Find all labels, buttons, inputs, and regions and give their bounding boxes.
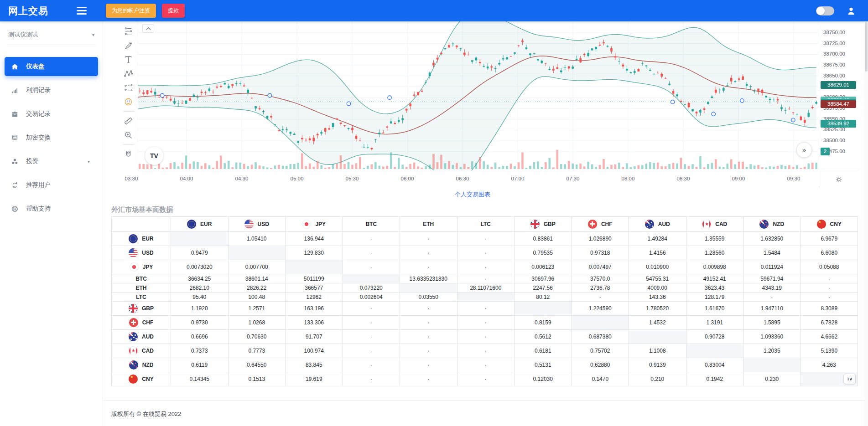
currency-code: JPY bbox=[143, 264, 153, 270]
row-label-content: GBP bbox=[129, 304, 154, 313]
collapse-toolbar-button[interactable] bbox=[142, 24, 154, 33]
price-badge: 38584.47 bbox=[821, 100, 856, 108]
flag-cny-icon bbox=[817, 220, 826, 229]
zoom-in-tool-icon[interactable] bbox=[122, 128, 135, 142]
table-cell: 2826.22 bbox=[228, 283, 286, 293]
candlestick-chart bbox=[138, 21, 818, 170]
emoji-tool-icon[interactable] bbox=[122, 95, 135, 108]
column-header-eth: ETH bbox=[400, 217, 457, 232]
flag-chf-icon bbox=[588, 220, 597, 229]
table-cell: 4009.00 bbox=[629, 283, 686, 293]
table-cell: 0.687380 bbox=[572, 330, 629, 344]
sidebar-item-referrals[interactable]: 推荐用户 bbox=[0, 175, 98, 195]
header-cell-content: CHF bbox=[588, 220, 613, 229]
sidebar-item-crypto-exchange[interactable]: 加密交换 bbox=[0, 128, 98, 147]
table-cell: · bbox=[400, 260, 457, 274]
table-cell: 0.05088 bbox=[800, 260, 858, 274]
theme-toggle[interactable] bbox=[816, 6, 834, 15]
forecast-tool-icon[interactable] bbox=[122, 81, 135, 94]
column-header-aud: AUD bbox=[629, 217, 686, 232]
table-cell: · bbox=[572, 293, 629, 302]
user-avatar-icon[interactable] bbox=[846, 6, 856, 16]
row-label-btc: BTC bbox=[112, 274, 171, 283]
table-cell: 143.36 bbox=[629, 293, 686, 302]
table-cell: 0.9479 bbox=[171, 246, 229, 260]
scroll-right-button[interactable]: » bbox=[796, 142, 812, 158]
withdraw-button[interactable]: 提款 bbox=[162, 4, 185, 18]
table-row-btc: BTC36634.2538601.14501119913.6335231830·… bbox=[112, 274, 858, 283]
row-label-content: CNY bbox=[129, 375, 153, 384]
sidebar-item-dashboard[interactable]: 仪表盘 bbox=[5, 57, 98, 76]
tester-dropdown[interactable]: 测试仪测试 ▾ bbox=[7, 25, 95, 45]
chevron-up-icon bbox=[146, 27, 151, 31]
table-cell bbox=[457, 293, 515, 302]
table-cell: 0.83004 bbox=[686, 358, 743, 372]
time-axis[interactable]: 03:3004:0004:3005:0005:3006:0006:3007:00… bbox=[138, 171, 818, 187]
price-axis[interactable]: 38750.0038725.0038700.0038675.0038650.00… bbox=[819, 21, 858, 170]
table-cell: · bbox=[343, 316, 400, 330]
life-ring-icon bbox=[11, 205, 19, 213]
table-cell: 0.0073020 bbox=[171, 260, 229, 274]
currency-code: NZD bbox=[142, 362, 154, 368]
sidebar-item-help-support[interactable]: 帮助支持 bbox=[0, 199, 98, 218]
table-cell: 0.1470 bbox=[572, 372, 629, 386]
table-cell: · bbox=[343, 232, 400, 246]
table-row-usd: USD0.9479129.830···0.795350.973181.41561… bbox=[112, 246, 858, 260]
text-tool-icon[interactable] bbox=[122, 52, 135, 66]
table-cell: · bbox=[457, 260, 515, 274]
sidebar-item-profit-records[interactable]: 利润记录 bbox=[0, 81, 98, 100]
currency-code: ETH bbox=[136, 285, 147, 291]
brush-tool-icon[interactable] bbox=[122, 38, 135, 52]
table-cell: 0.230 bbox=[743, 372, 801, 386]
time-tick: 07:00 bbox=[511, 176, 525, 181]
ruler-tool-icon[interactable] bbox=[122, 114, 135, 128]
header-cell-content: AUD bbox=[645, 220, 670, 229]
trend-line-tool-icon[interactable] bbox=[122, 24, 135, 38]
table-cell: 0.002604 bbox=[343, 293, 400, 302]
table-row-chf: CHF0.97301.0268133.306···0.81591.45321.3… bbox=[112, 316, 858, 330]
sidebar-item-invest[interactable]: 投资 ▾ bbox=[0, 152, 98, 171]
tradingview-attribution-badge[interactable]: TV bbox=[843, 374, 856, 384]
table-cell: · bbox=[457, 316, 515, 330]
table-cell: 0.6696 bbox=[171, 330, 229, 344]
table-cell: 0.7373 bbox=[171, 344, 229, 358]
column-header-eur: EUR bbox=[171, 217, 229, 232]
sidebar-item-trade-records[interactable]: 交易记录 bbox=[0, 104, 98, 123]
table-cell: 1.780520 bbox=[629, 302, 686, 316]
table-cell: 0.14345 bbox=[171, 372, 229, 386]
toggle-knob bbox=[816, 7, 825, 15]
table-cell: 3623.43 bbox=[686, 283, 743, 293]
row-label-ltc: LTC bbox=[112, 293, 171, 302]
table-row-jpy: JPY0.00730200.007700···0.0061230.0074970… bbox=[112, 260, 858, 274]
table-cell: · bbox=[457, 372, 515, 386]
row-label-cny: CNY bbox=[112, 372, 171, 386]
table-row-nzd: NZD0.61190.6455083.845···0.51310.628800.… bbox=[112, 358, 858, 372]
currency-code: BTC bbox=[365, 221, 377, 227]
table-cell: 4.263 bbox=[800, 358, 858, 372]
hamburger-menu-icon[interactable] bbox=[77, 7, 87, 15]
tradingview-logo[interactable]: TV bbox=[145, 147, 163, 165]
recycle-arrows-icon bbox=[11, 181, 19, 189]
row-label-content: ETH bbox=[136, 285, 147, 291]
table-cell: 80.12 bbox=[515, 293, 572, 302]
header-cell-content: JPY bbox=[302, 220, 326, 229]
flag-cad-icon bbox=[702, 220, 711, 229]
fund-account-button[interactable]: 为您的帐户注资 bbox=[106, 4, 156, 18]
flag-jpy-icon bbox=[130, 262, 139, 272]
magnet-tool-icon[interactable] bbox=[122, 147, 135, 161]
table-cell: 36634.25 bbox=[171, 274, 229, 283]
table-cell: 28.11071600 bbox=[457, 283, 515, 293]
table-cell: 0.64550 bbox=[228, 358, 286, 372]
table-cell bbox=[400, 283, 457, 293]
row-label-content: CAD bbox=[129, 346, 154, 355]
table-cell: 6.7828 bbox=[800, 316, 858, 330]
column-header-jpy: JPY bbox=[286, 217, 343, 232]
chart-settings-corner[interactable] bbox=[819, 171, 858, 187]
row-label-content: USD bbox=[129, 248, 153, 257]
scrollbar-thumb[interactable] bbox=[865, 21, 868, 72]
pattern-tool-icon[interactable] bbox=[122, 67, 135, 80]
top-navbar: 网上交易 为您的帐户注资 提款 bbox=[0, 0, 868, 21]
personal-chart-link[interactable]: 个人交易图表 bbox=[455, 191, 490, 198]
time-tick: 09:00 bbox=[732, 176, 745, 181]
candlestick-chart-canvas[interactable]: TV » bbox=[138, 21, 818, 170]
